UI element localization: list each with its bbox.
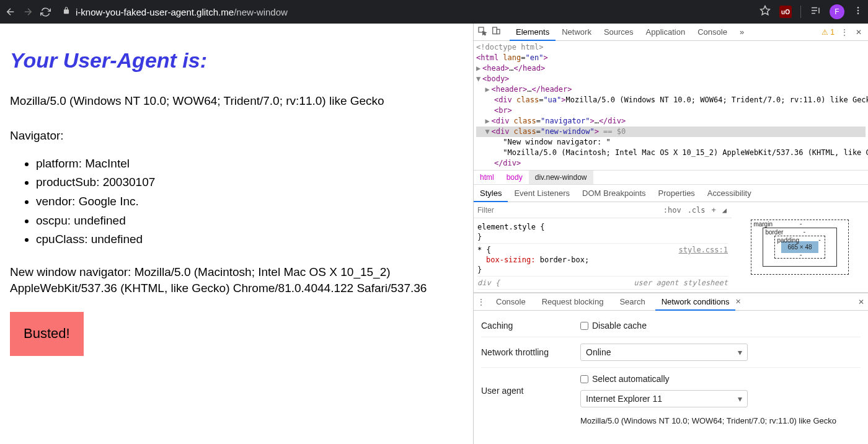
expand-icon[interactable]: ◢ <box>722 206 727 215</box>
throttling-select[interactable]: Online▾ <box>580 344 748 361</box>
tab-event-listeners[interactable]: Event Listeners <box>508 185 576 202</box>
svg-rect-5 <box>493 27 497 34</box>
bookmark-icon[interactable] <box>760 5 771 19</box>
devtools-drawer: ⋮ Console Request blocking Search Networ… <box>474 293 868 444</box>
breadcrumb-html[interactable]: html <box>474 171 500 184</box>
drawer-tab-network-conditions[interactable]: Network conditions <box>655 293 736 310</box>
reload-button[interactable] <box>40 6 51 17</box>
address-bar[interactable]: i-know-you-faked-user-agent.glitch.me/ne… <box>57 2 753 21</box>
profile-avatar[interactable]: F <box>830 4 844 19</box>
settings-icon[interactable]: ⋮ <box>839 27 849 38</box>
close-devtools-icon[interactable]: ✕ <box>854 27 863 38</box>
navigator-list: platform: MacIntel productSub: 20030107 … <box>36 156 463 248</box>
drawer-tab-console[interactable]: Console <box>490 293 532 310</box>
breadcrumb-body[interactable]: body <box>500 171 529 184</box>
drawer-tab-search[interactable]: Search <box>613 293 651 310</box>
drawer-tab-request-blocking[interactable]: Request blocking <box>536 293 610 310</box>
separator <box>800 6 801 18</box>
tab-network[interactable]: Network <box>556 24 598 40</box>
tab-styles[interactable]: Styles <box>474 185 508 202</box>
tab-more[interactable]: » <box>733 24 750 40</box>
navigator-label: Navigator: <box>10 128 463 144</box>
browser-toolbar: i-know-you-faked-user-agent.glitch.me/ne… <box>0 0 868 24</box>
chevron-down-icon: ▾ <box>738 394 742 404</box>
cls-toggle[interactable]: .cls <box>688 206 706 215</box>
svg-point-2 <box>857 10 859 12</box>
list-item: productSub: 20030107 <box>36 174 463 191</box>
user-agent-text: Mozilla/5.0 (Windows NT 10.0; WOW64; Tri… <box>10 93 463 110</box>
warnings-badge[interactable]: ⚠ 1 <box>822 28 835 37</box>
styles-tabs: Styles Event Listeners DOM Breakpoints P… <box>474 185 868 202</box>
ublock-extension-icon[interactable]: uO <box>779 6 792 18</box>
svg-rect-6 <box>497 29 500 33</box>
kebab-menu-icon[interactable] <box>853 6 863 18</box>
inspect-element-icon[interactable] <box>476 25 489 39</box>
list-item: platform: MacIntel <box>36 156 463 172</box>
tab-application[interactable]: Application <box>640 24 692 40</box>
caching-label: Caching <box>481 321 580 331</box>
devtools-toolbar: Elements Network Sources Application Con… <box>474 24 868 41</box>
add-rule-icon[interactable]: + <box>712 206 716 215</box>
close-drawer-icon[interactable]: ✕ <box>857 296 866 308</box>
list-item: vendor: Google Inc. <box>36 193 463 210</box>
breadcrumb-div[interactable]: div.new-window <box>529 171 593 184</box>
page-content: Your User-Agent is: Mozilla/5.0 (Windows… <box>0 24 473 444</box>
tab-properties[interactable]: Properties <box>652 185 701 202</box>
device-toolbar-icon[interactable] <box>490 25 502 39</box>
tab-elements[interactable]: Elements <box>510 24 556 40</box>
page-heading: Your User-Agent is: <box>10 46 463 76</box>
svg-point-1 <box>857 7 859 9</box>
forward-button[interactable] <box>22 6 33 17</box>
dom-breadcrumb[interactable]: html body div.new-window <box>474 170 868 185</box>
styles-filter-input[interactable] <box>474 203 658 217</box>
tab-dom-breakpoints[interactable]: DOM Breakpoints <box>576 185 652 202</box>
drawer-menu-icon[interactable]: ⋮ <box>476 296 486 308</box>
svg-point-3 <box>857 12 859 14</box>
media-control-icon[interactable] <box>810 5 821 19</box>
tab-sources[interactable]: Sources <box>598 24 640 40</box>
css-rules[interactable]: element.style {} style.css:1* {box-sizin… <box>474 218 732 292</box>
close-tab-icon[interactable]: ✕ <box>735 298 741 306</box>
url-text: i-know-you-faked-user-agent.glitch.me/ne… <box>76 7 288 17</box>
lock-icon <box>62 6 71 17</box>
user-agent-full-string: Mozilla/5.0 (Windows NT 10.0; WOW64; Tri… <box>580 416 861 425</box>
back-button[interactable] <box>5 6 16 17</box>
throttling-label: Network throttling <box>481 347 580 357</box>
new-window-result: New window navigator: Mozilla/5.0 (Macin… <box>10 264 463 297</box>
chevron-down-icon: ▾ <box>738 347 742 357</box>
svg-marker-0 <box>761 6 770 15</box>
box-model-diagram: margin- border- padding- 665 × 48 - <box>732 202 868 292</box>
tab-console[interactable]: Console <box>691 24 733 40</box>
user-agent-label: User agent <box>481 386 580 396</box>
busted-badge: Busted! <box>10 312 84 356</box>
styles-filter-bar: :hov .cls + ◢ <box>474 202 732 218</box>
devtools-panel: Elements Network Sources Application Con… <box>473 24 868 444</box>
select-auto-checkbox[interactable]: Select automatically <box>580 374 670 384</box>
dom-tree[interactable]: <!doctype html> <html lang="en"> ▶<head>… <box>474 41 868 170</box>
disable-cache-checkbox[interactable]: Disable cache <box>580 321 647 331</box>
list-item: oscpu: undefined <box>36 213 463 229</box>
list-item: cpuClass: undefined <box>36 231 463 248</box>
tab-accessibility[interactable]: Accessibility <box>701 185 758 202</box>
hov-toggle[interactable]: :hov <box>663 206 681 215</box>
user-agent-select[interactable]: Internet Explorer 11▾ <box>580 390 748 407</box>
